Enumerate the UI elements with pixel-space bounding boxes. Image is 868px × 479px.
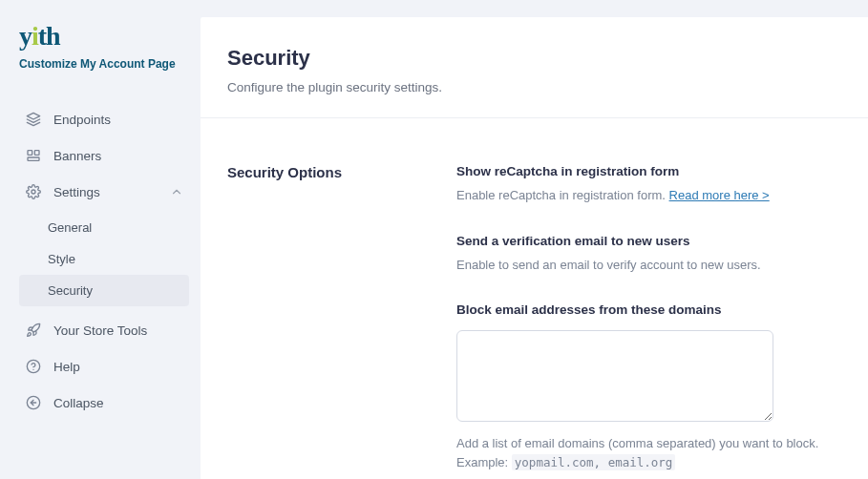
sidebar-item-label: Collapse [53, 396, 104, 410]
sidebar-item-label: Your Store Tools [53, 323, 147, 338]
sidebar-item-label: Settings [53, 185, 100, 199]
sidebar-item-label: General [48, 220, 92, 235]
sidebar: yith Customize My Account Page Endpoints… [0, 0, 201, 479]
content: Security Options Show reCaptcha in regis… [201, 118, 868, 479]
svg-rect-2 [34, 151, 39, 156]
sidebar-item-label: Security [48, 283, 93, 298]
sidebar-subitem-style[interactable]: Style [19, 243, 189, 275]
block-domains-textarea[interactable] [456, 330, 773, 422]
option-label: Show reCaptcha in registration form [456, 164, 841, 178]
help-icon [25, 358, 42, 375]
sidebar-subitem-security[interactable]: Security [19, 275, 189, 306]
rocket-icon [25, 322, 42, 339]
page-title: Security [227, 46, 841, 71]
section-title: Security Options [227, 164, 399, 479]
option-label: Block email addresses from these domains [456, 302, 841, 317]
sidebar-item-label: Banners [53, 149, 101, 163]
read-more-link[interactable]: Read more here > [669, 188, 770, 202]
gear-icon [25, 183, 42, 200]
sidebar-item-banners[interactable]: Banners [19, 137, 189, 174]
sidebar-item-settings[interactable]: Settings [19, 174, 189, 210]
settings-subnav: General Style Security [19, 212, 189, 306]
main-panel: Security Configure the plugin security s… [201, 17, 868, 479]
page-header: Security Configure the plugin security s… [201, 17, 868, 118]
svg-point-4 [32, 190, 35, 194]
page-description: Configure the plugin security settings. [227, 80, 841, 94]
sidebar-item-label: Help [53, 360, 80, 374]
svg-rect-3 [28, 157, 39, 160]
brand-subtitle: Customize My Account Page [19, 57, 189, 71]
option-desc-text: Enable reCaptcha in registration form. [456, 188, 669, 202]
option-verify-email: Send a verification email to new users E… [456, 234, 841, 275]
collapse-icon [25, 394, 42, 411]
sidebar-item-label: Style [48, 252, 75, 266]
option-description: Enable to send an email to verify accoun… [456, 256, 841, 275]
layers-icon [25, 111, 42, 128]
option-help-code: yopmail.com, email.org [512, 454, 676, 470]
sidebar-item-collapse[interactable]: Collapse [19, 385, 189, 421]
svg-rect-1 [28, 151, 32, 156]
option-block-domains: Block email addresses from these domains… [456, 302, 841, 471]
sidebar-nav: Endpoints Banners Settings General Style… [19, 101, 189, 421]
svg-marker-0 [27, 113, 39, 119]
option-description: Enable reCaptcha in registration form. R… [456, 186, 841, 205]
option-description: Add a list of email domains (comma separ… [456, 434, 841, 471]
sidebar-subitem-general[interactable]: General [19, 212, 189, 243]
sidebar-item-label: Endpoints [53, 113, 111, 127]
brand-logo: yith [19, 21, 189, 52]
sidebar-item-help[interactable]: Help [19, 348, 189, 385]
options-column: Show reCaptcha in registration form Enab… [456, 164, 841, 479]
option-recaptcha: Show reCaptcha in registration form Enab… [456, 164, 841, 205]
option-label: Send a verification email to new users [456, 234, 841, 248]
sidebar-item-store-tools[interactable]: Your Store Tools [19, 312, 189, 348]
sidebar-item-endpoints[interactable]: Endpoints [19, 101, 189, 137]
banners-icon [25, 147, 42, 164]
chevron-up-icon [170, 185, 183, 198]
